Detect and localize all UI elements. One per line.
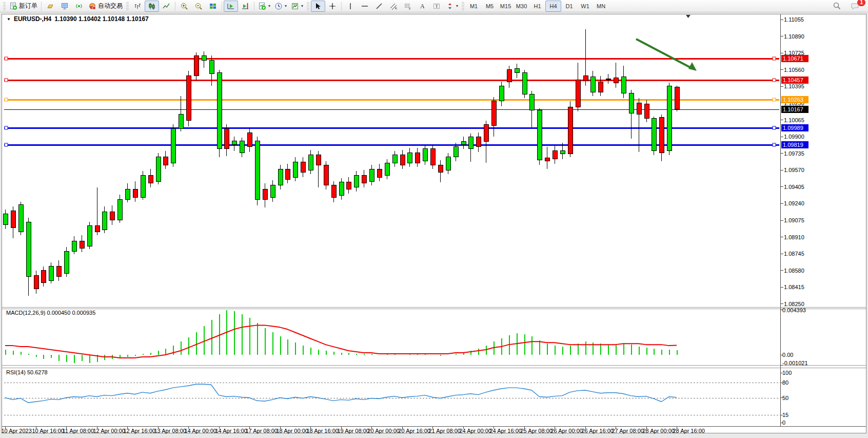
equidistant-channel-button[interactable]: E (386, 1, 401, 12)
signals-button[interactable] (72, 1, 86, 12)
svg-text:1.10395: 1.10395 (784, 83, 804, 89)
trendline-button[interactable] (372, 1, 386, 12)
svg-text:1.09405: 1.09405 (784, 184, 804, 190)
toolbar-grip[interactable] (462, 2, 464, 10)
periods-button[interactable]: ▾ (272, 1, 289, 12)
search-icon (833, 2, 841, 10)
svg-text:21 Apr 08:00: 21 Apr 08:00 (429, 428, 461, 434)
templates-button[interactable]: ▾ (289, 1, 305, 12)
timeframe-label: W1 (581, 3, 589, 9)
symbol-period-label: EURUSD-,H4 (14, 15, 51, 23)
time-axis[interactable]: 10 Apr 202310 Apr 16:0011 Apr 08:0012 Ap… (2, 427, 705, 434)
toolbar-grip[interactable] (307, 2, 309, 10)
cursor-button[interactable] (311, 1, 325, 12)
text-button[interactable]: A (415, 1, 429, 12)
svg-text:1.08250: 1.08250 (784, 301, 804, 307)
tile-windows-icon (209, 2, 217, 10)
svg-text:18 Apr 16:00: 18 Apr 16:00 (307, 428, 339, 434)
timeframe-m30-button[interactable]: M30 (514, 1, 529, 12)
svg-text:1.10671: 1.10671 (783, 55, 803, 62)
svg-text:1.08415: 1.08415 (784, 284, 804, 290)
level-handle (5, 98, 8, 101)
auto-scroll-button[interactable] (224, 1, 238, 12)
chevron-down-icon: ▾ (456, 4, 458, 8)
toolbar-grip[interactable] (126, 2, 129, 10)
line-chart-button[interactable] (159, 1, 173, 12)
tile-windows-button[interactable] (206, 1, 220, 12)
svg-text:1.10890: 1.10890 (784, 33, 804, 40)
horizontal-line-button[interactable] (358, 1, 372, 12)
timeframe-d1-button[interactable]: D1 (561, 1, 577, 12)
zoom-out-button[interactable] (191, 1, 206, 12)
auto-trading-button[interactable]: 自动交易 (86, 1, 125, 12)
market-button[interactable] (43, 1, 57, 12)
crosshair-button[interactable] (325, 1, 340, 12)
svg-text:10 Apr 2023: 10 Apr 2023 (2, 428, 32, 434)
timeframe-m1-button[interactable]: M1 (466, 1, 482, 12)
timeframe-w1-button[interactable]: W1 (577, 1, 593, 12)
fibonacci-button[interactable]: F (401, 1, 415, 12)
indicators-button[interactable]: ▾ (256, 1, 272, 12)
svg-text:14 Apr 00:00: 14 Apr 00:00 (185, 428, 216, 434)
line-chart-icon (162, 2, 170, 10)
level-handle (773, 143, 776, 146)
chart-shift-button[interactable] (238, 1, 252, 12)
bar-chart-button[interactable] (130, 1, 145, 12)
level-handle (773, 126, 776, 129)
timeframe-m5-button[interactable]: M5 (482, 1, 498, 12)
hosting-button[interactable] (57, 1, 72, 12)
channel-icon: E (389, 2, 398, 10)
zoom-in-button[interactable] (177, 1, 191, 12)
timeframe-m15-button[interactable]: M15 (498, 1, 514, 12)
svg-text:13 Apr 08:00: 13 Apr 08:00 (154, 428, 186, 434)
chart-canvas[interactable]: 1.110551.108901.107251.105601.103951.102… (0, 12, 868, 438)
level-handle (773, 79, 776, 82)
svg-text:1.10167: 1.10167 (783, 106, 803, 112)
svg-text:24 Apr 00:00: 24 Apr 00:00 (460, 428, 491, 434)
svg-text:100: 100 (782, 370, 792, 376)
svg-text:A: A (420, 3, 425, 10)
timeframe-label: D1 (566, 3, 573, 9)
new-order-button[interactable]: 新订单 (7, 1, 40, 12)
text-label-button[interactable]: T (429, 1, 444, 12)
svg-text:1.10457: 1.10457 (783, 77, 803, 83)
svg-text:27 Apr 08:00: 27 Apr 08:00 (612, 428, 644, 434)
arrows-button[interactable]: ▾ (444, 1, 460, 12)
candlestick-icon (148, 2, 156, 10)
timeframe-mn-button[interactable]: MN (593, 1, 609, 12)
timeframe-h1-button[interactable]: H1 (529, 1, 545, 12)
svg-text:1.08745: 1.08745 (784, 251, 804, 257)
level-handle (773, 98, 776, 101)
chart-collapse-icon[interactable]: ▼ (7, 17, 11, 22)
timeframe-label: M30 (516, 3, 527, 9)
svg-text:1.10263: 1.10263 (783, 97, 803, 103)
timeframe-h4-button[interactable]: H4 (545, 1, 561, 12)
svg-text:1.09989: 1.09989 (783, 125, 803, 131)
cursor-arrow-icon (314, 2, 322, 10)
svg-text:F: F (409, 7, 411, 10)
svg-text:1.09240: 1.09240 (784, 200, 804, 206)
macd-indicator-label: MACD(12,26,9) 0.000450 0.000935 (6, 310, 95, 316)
svg-text:26 Apr 16:00: 26 Apr 16:00 (582, 428, 614, 434)
vertical-line-button[interactable] (343, 1, 358, 12)
timeframe-label: M15 (500, 3, 511, 9)
zoom-out-icon (194, 2, 203, 10)
notifications-button[interactable]: 1 (848, 1, 862, 12)
chart-title: ▼ EURUSD-,H4 1.10390 1.10402 1.10148 1.1… (7, 15, 149, 23)
svg-text:1.11055: 1.11055 (784, 16, 804, 23)
svg-text:28 Apr 16:00: 28 Apr 16:00 (673, 428, 705, 434)
crosshair-icon (328, 2, 337, 10)
svg-text:1.09819: 1.09819 (783, 142, 803, 148)
svg-text:25 Apr 08:00: 25 Apr 08:00 (521, 428, 553, 434)
chart-shift-icon (241, 2, 249, 10)
search-button[interactable] (830, 1, 844, 12)
level-handle (5, 143, 8, 146)
trendline-icon (375, 2, 383, 10)
ohlc-values-label: 1.10390 1.10402 1.10148 1.10167 (54, 15, 149, 23)
toolbar-grip[interactable] (3, 2, 6, 10)
text-label-icon: T (432, 2, 441, 10)
svg-text:1.08910: 1.08910 (784, 234, 804, 240)
svg-text:11 Apr 08:00: 11 Apr 08:00 (63, 428, 94, 434)
candlestick-chart-button[interactable] (145, 1, 159, 12)
signal-waves-icon (75, 2, 83, 10)
